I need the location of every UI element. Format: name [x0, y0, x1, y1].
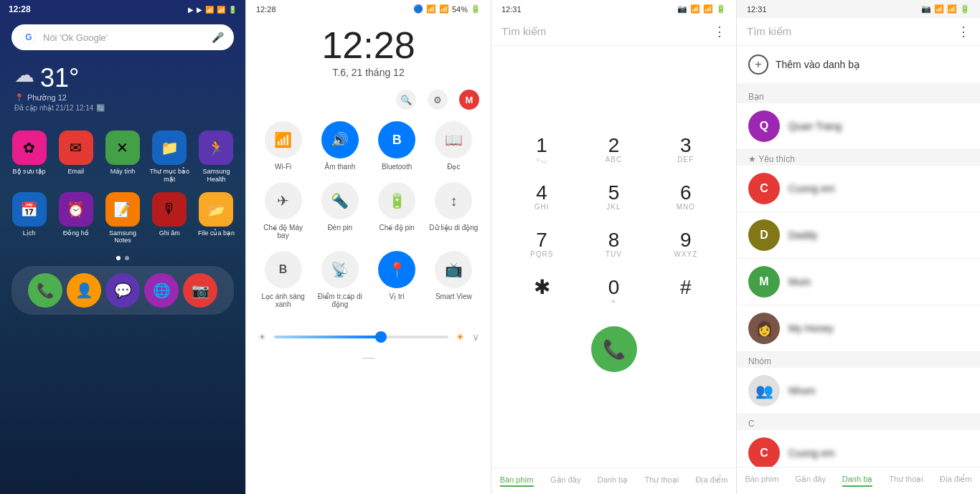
qs-airplane[interactable]: ✈ Chế độ Máy bay [258, 182, 308, 239]
panel-collapse-bar[interactable]: — [246, 350, 491, 365]
qs-mobile-data[interactable]: ↕ Dữ liệu di động [428, 182, 479, 239]
p4-more-icon[interactable]: ⋮ [957, 24, 970, 39]
contact-cuong-em-2[interactable]: C Cuong em [737, 430, 980, 467]
dial-num-1: 1 [536, 136, 547, 156]
tab-contacts-dialer[interactable]: Danh bạ [598, 475, 628, 487]
dock-contacts[interactable]: 👤 [67, 273, 101, 308]
contact-daddy[interactable]: D Daddy [737, 212, 980, 259]
google-search-bar[interactable]: G Nói 'Ok Google' 🎤 [11, 24, 234, 50]
p4-screenshot-icon: 📷 [921, 4, 931, 14]
brightness-row[interactable]: ☀ ☀ ∨ [246, 328, 491, 346]
group-nhom[interactable]: 👥 Nhom [737, 368, 980, 414]
dial-key-3[interactable]: 3 DEF [657, 130, 715, 171]
mic-icon[interactable]: 🎤 [212, 32, 224, 43]
add-contact-button[interactable]: + Thêm vào danh bạ [737, 46, 980, 83]
tab-voicemail[interactable]: Thư thoại [645, 475, 679, 487]
p4-battery-icon: 🔋 [960, 4, 970, 14]
app-recorder[interactable]: 🎙 Ghi âm [149, 192, 190, 245]
tab-voicemail-contacts[interactable]: Thư thoại [889, 475, 923, 487]
contact-cuong-em-1[interactable]: C Cuong em [737, 166, 980, 212]
p3-more-icon[interactable]: ⋮ [713, 24, 726, 39]
dial-key-9[interactable]: 9 WXYZ [657, 224, 715, 266]
qs-smart-view[interactable]: 📺 Smart View [428, 251, 479, 308]
brightness-slider[interactable] [274, 336, 448, 338]
contact-name-daddy: Daddy [788, 229, 817, 241]
dial-key-star[interactable]: ✱ [513, 272, 570, 313]
profile-button[interactable]: M [459, 90, 479, 110]
app-clock[interactable]: ⏰ Đồng hồ [55, 192, 96, 245]
p3-search-bar[interactable]: Tìm kiếm ⋮ [491, 18, 736, 46]
tab-recent[interactable]: Gần đây [550, 475, 580, 487]
dial-key-4[interactable]: 4 GHI [513, 177, 570, 219]
tab-keyboard[interactable]: Bàn phím [500, 475, 534, 487]
dial-key-0[interactable]: 0 + [585, 272, 642, 313]
dial-key-7[interactable]: 7 PQRS [513, 224, 570, 266]
qs-wifi[interactable]: 📶 Wi-Fi [258, 121, 308, 171]
reading-toggle[interactable]: 📖 [435, 121, 472, 158]
qs-reading[interactable]: 📖 Đọc [428, 121, 479, 171]
dial-letters-4: GHI [534, 203, 550, 213]
dial-key-1[interactable]: 1 ○◡ [513, 130, 570, 171]
dial-key-8[interactable]: 8 TUV [585, 224, 642, 266]
contact-mum[interactable]: M Mum [737, 259, 980, 305]
hotspot-toggle[interactable]: 📡 [321, 251, 359, 288]
qs-blue-filter[interactable]: B Lọc ánh sáng xanh [258, 251, 308, 308]
dial-key-5[interactable]: 5 JKL [585, 177, 642, 219]
call-button[interactable]: 📞 [591, 326, 637, 372]
bluetooth-toggle[interactable]: B [378, 121, 415, 158]
tab-places[interactable]: Địa điểm [695, 475, 727, 487]
dock-phone[interactable]: 📞 [28, 273, 62, 308]
qs-hotspot[interactable]: 📡 Điểm tr.cấp di động [314, 251, 365, 308]
contact-quan-trang[interactable]: Q Quan Trang [737, 103, 980, 150]
home-screen: 12:28 ▶ ▶ 📶 📶 🔋 G Nói 'Ok Google' 🎤 ☁ 31… [0, 0, 245, 494]
search-button[interactable]: 🔍 [396, 90, 416, 110]
app-email[interactable]: ✉ Email [55, 130, 96, 184]
app-samsung-health[interactable]: 🏃 Samsung Health [196, 130, 237, 184]
tab-contacts-active[interactable]: Danh bạ [842, 475, 872, 487]
app-health-label: Samsung Health [196, 168, 237, 184]
tab-recent-contacts[interactable]: Gần đây [795, 475, 825, 487]
dock-browser[interactable]: 🌐 [144, 273, 179, 308]
qs-flashlight[interactable]: 🔦 Đèn pin [314, 182, 365, 239]
app-collection[interactable]: ✿ Bộ sưu tập [9, 130, 50, 184]
qs-sound[interactable]: 🔊 Âm thanh [314, 121, 365, 171]
sound-toggle[interactable]: 🔊 [321, 121, 359, 158]
settings-button[interactable]: ⚙ [428, 90, 448, 110]
p3-search-input[interactable]: Tìm kiếm [501, 25, 707, 38]
mobile-data-toggle[interactable]: ↕ [435, 182, 472, 219]
qs-bluetooth[interactable]: B Bluetooth [372, 121, 423, 171]
app-notes-icon: 📝 [105, 192, 140, 227]
qs-battery-mode[interactable]: 🔋 Chế độ pin [372, 182, 423, 239]
app-secure-folder[interactable]: 📁 Thư mục bảo mật [149, 130, 190, 184]
app-calendar-label: Lịch [23, 229, 36, 237]
tab-keyboard-contacts[interactable]: Bàn phím [745, 475, 778, 487]
p4-search-bar[interactable]: Tìm kiếm ⋮ [737, 18, 980, 46]
dial-letters-3: DEF [677, 156, 694, 166]
dock-camera[interactable]: 📷 [183, 273, 217, 308]
battery-mode-toggle[interactable]: 🔋 [378, 182, 415, 219]
brightness-expand-icon[interactable]: ∨ [472, 331, 479, 343]
google-logo: G [22, 30, 36, 44]
wifi-toggle[interactable]: 📶 [265, 121, 302, 158]
app-files[interactable]: 📂 File của bạn [196, 192, 237, 245]
app-files-label: File của bạn [198, 229, 235, 237]
dock-messages[interactable]: 💬 [105, 273, 140, 308]
blue-filter-toggle[interactable]: B [265, 251, 302, 288]
flashlight-toggle[interactable]: 🔦 [321, 182, 359, 219]
location-toggle[interactable]: 📍 [378, 251, 415, 288]
app-calendar[interactable]: 📅 Lịch [9, 192, 50, 245]
airplane-toggle[interactable]: ✈ [265, 182, 302, 219]
dial-key-6[interactable]: 6 MNO [657, 177, 715, 219]
dial-key-2[interactable]: 2 ABC [585, 130, 642, 171]
dial-key-hash[interactable]: # [657, 272, 715, 313]
tab-places-contacts[interactable]: Địa điểm [940, 475, 972, 487]
app-calculator[interactable]: ✕ Máy tính [102, 130, 143, 184]
dot-1 [116, 256, 121, 260]
smart-view-toggle[interactable]: 📺 [435, 251, 472, 288]
qs-location[interactable]: 📍 Vị trí [372, 251, 423, 308]
temperature: 31° [40, 63, 79, 93]
p4-search-input[interactable]: Tìm kiếm [747, 25, 951, 38]
app-notes[interactable]: 📝 Samsung Notes [102, 192, 143, 245]
brightness-thumb[interactable] [375, 331, 387, 343]
contact-my-honey[interactable]: 👩 My Honey [737, 305, 980, 352]
